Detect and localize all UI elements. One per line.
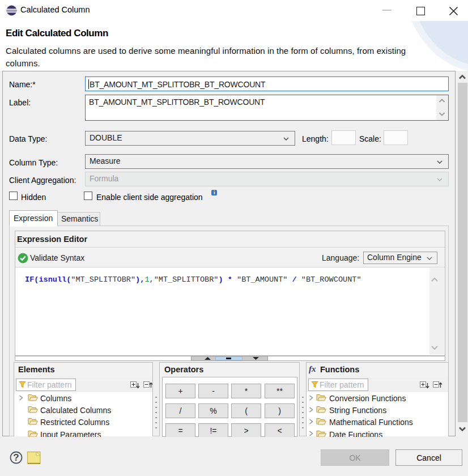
svg-text:?: ? [13,452,19,463]
